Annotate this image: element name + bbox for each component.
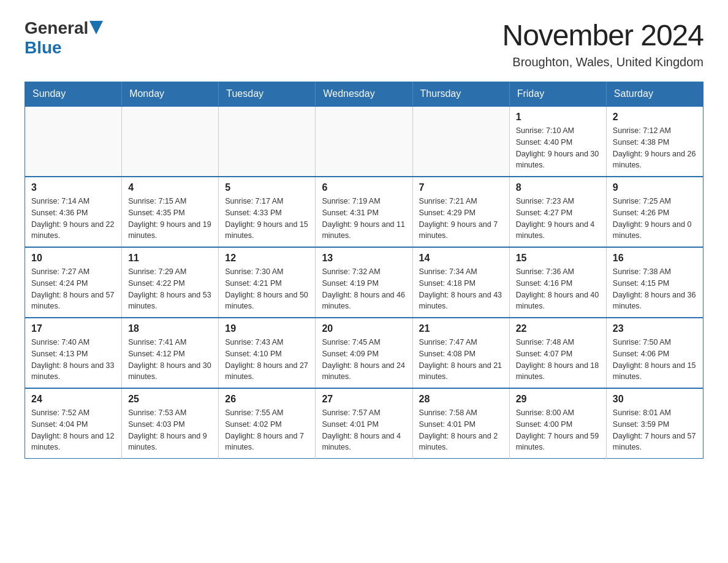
col-monday: Monday: [122, 82, 219, 107]
calendar-cell: 11Sunrise: 7:29 AMSunset: 4:22 PMDayligh…: [122, 247, 219, 318]
day-number: 15: [516, 253, 600, 264]
calendar-cell: 15Sunrise: 7:36 AMSunset: 4:16 PMDayligh…: [509, 247, 606, 318]
day-number: 11: [128, 253, 212, 264]
calendar-cell: [316, 106, 412, 177]
day-info: Sunrise: 7:17 AMSunset: 4:33 PMDaylight:…: [225, 196, 309, 242]
day-number: 9: [613, 182, 697, 193]
calendar-cell: 27Sunrise: 7:57 AMSunset: 4:01 PMDayligh…: [316, 388, 412, 459]
day-info: Sunrise: 7:45 AMSunset: 4:09 PMDaylight:…: [322, 337, 406, 383]
logo-blue-text: Blue: [25, 38, 62, 57]
calendar-title: November 2024: [502, 18, 703, 52]
day-number: 17: [31, 323, 115, 334]
calendar-cell: 26Sunrise: 7:55 AMSunset: 4:02 PMDayligh…: [219, 388, 316, 459]
svg-marker-0: [89, 21, 103, 34]
day-number: 27: [322, 394, 406, 405]
day-number: 13: [322, 253, 406, 264]
day-number: 28: [419, 394, 503, 405]
calendar-cell: 12Sunrise: 7:30 AMSunset: 4:21 PMDayligh…: [219, 247, 316, 318]
calendar-cell: 22Sunrise: 7:48 AMSunset: 4:07 PMDayligh…: [509, 318, 606, 388]
day-number: 30: [613, 394, 697, 405]
day-number: 23: [613, 323, 697, 334]
day-number: 29: [516, 394, 600, 405]
day-info: Sunrise: 7:30 AMSunset: 4:21 PMDaylight:…: [225, 266, 309, 312]
day-info: Sunrise: 7:52 AMSunset: 4:04 PMDaylight:…: [31, 407, 115, 453]
day-info: Sunrise: 7:36 AMSunset: 4:16 PMDaylight:…: [516, 266, 600, 312]
day-info: Sunrise: 7:50 AMSunset: 4:06 PMDaylight:…: [613, 337, 697, 383]
day-info: Sunrise: 7:53 AMSunset: 4:03 PMDaylight:…: [128, 407, 212, 453]
day-number: 16: [613, 253, 697, 264]
day-info: Sunrise: 7:40 AMSunset: 4:13 PMDaylight:…: [31, 337, 115, 383]
calendar-header-row: Sunday Monday Tuesday Wednesday Thursday…: [25, 82, 703, 107]
day-info: Sunrise: 7:55 AMSunset: 4:02 PMDaylight:…: [225, 407, 309, 453]
day-number: 4: [128, 182, 212, 193]
day-info: Sunrise: 7:27 AMSunset: 4:24 PMDaylight:…: [31, 266, 115, 312]
calendar-cell: 8Sunrise: 7:23 AMSunset: 4:27 PMDaylight…: [509, 177, 606, 247]
day-number: 18: [128, 323, 212, 334]
day-number: 26: [225, 394, 309, 405]
day-info: Sunrise: 7:21 AMSunset: 4:29 PMDaylight:…: [419, 196, 503, 242]
calendar-cell: [122, 106, 219, 177]
day-info: Sunrise: 7:19 AMSunset: 4:31 PMDaylight:…: [322, 196, 406, 242]
calendar-cell: 21Sunrise: 7:47 AMSunset: 4:08 PMDayligh…: [412, 318, 509, 388]
calendar-cell: 28Sunrise: 7:58 AMSunset: 4:01 PMDayligh…: [412, 388, 509, 459]
calendar-week-row: 1Sunrise: 7:10 AMSunset: 4:40 PMDaylight…: [25, 106, 703, 177]
calendar-cell: 1Sunrise: 7:10 AMSunset: 4:40 PMDaylight…: [509, 106, 606, 177]
calendar-cell: 19Sunrise: 7:43 AMSunset: 4:10 PMDayligh…: [219, 318, 316, 388]
day-info: Sunrise: 7:14 AMSunset: 4:36 PMDaylight:…: [31, 196, 115, 242]
title-section: November 2024 Broughton, Wales, United K…: [502, 18, 703, 69]
day-info: Sunrise: 7:29 AMSunset: 4:22 PMDaylight:…: [128, 266, 212, 312]
calendar-cell: [219, 106, 316, 177]
calendar-cell: 29Sunrise: 8:00 AMSunset: 4:00 PMDayligh…: [509, 388, 606, 459]
logo: General Blue: [25, 18, 103, 58]
calendar-cell: 14Sunrise: 7:34 AMSunset: 4:18 PMDayligh…: [412, 247, 509, 318]
day-info: Sunrise: 7:10 AMSunset: 4:40 PMDaylight:…: [516, 125, 600, 171]
day-number: 14: [419, 253, 503, 264]
day-number: 19: [225, 323, 309, 334]
calendar-table: Sunday Monday Tuesday Wednesday Thursday…: [25, 82, 703, 459]
col-friday: Friday: [509, 82, 606, 107]
calendar-week-row: 10Sunrise: 7:27 AMSunset: 4:24 PMDayligh…: [25, 247, 703, 318]
calendar-cell: 24Sunrise: 7:52 AMSunset: 4:04 PMDayligh…: [25, 388, 122, 459]
calendar-cell: 4Sunrise: 7:15 AMSunset: 4:35 PMDaylight…: [122, 177, 219, 247]
day-info: Sunrise: 7:15 AMSunset: 4:35 PMDaylight:…: [128, 196, 212, 242]
calendar-subtitle: Broughton, Wales, United Kingdom: [502, 55, 703, 69]
calendar-cell: 9Sunrise: 7:25 AMSunset: 4:26 PMDaylight…: [606, 177, 703, 247]
day-info: Sunrise: 7:32 AMSunset: 4:19 PMDaylight:…: [322, 266, 406, 312]
day-info: Sunrise: 8:00 AMSunset: 4:00 PMDaylight:…: [516, 407, 600, 453]
day-info: Sunrise: 7:58 AMSunset: 4:01 PMDaylight:…: [419, 407, 503, 453]
day-info: Sunrise: 7:38 AMSunset: 4:15 PMDaylight:…: [613, 266, 697, 312]
day-number: 12: [225, 253, 309, 264]
day-number: 8: [516, 182, 600, 193]
calendar-cell: [412, 106, 509, 177]
day-number: 2: [613, 112, 697, 123]
calendar-cell: 18Sunrise: 7:41 AMSunset: 4:12 PMDayligh…: [122, 318, 219, 388]
day-info: Sunrise: 7:23 AMSunset: 4:27 PMDaylight:…: [516, 196, 600, 242]
day-number: 10: [31, 253, 115, 264]
day-number: 20: [322, 323, 406, 334]
day-info: Sunrise: 7:34 AMSunset: 4:18 PMDaylight:…: [419, 266, 503, 312]
logo-general-text: General: [25, 18, 88, 38]
calendar-cell: 6Sunrise: 7:19 AMSunset: 4:31 PMDaylight…: [316, 177, 412, 247]
logo-triangle-icon: [89, 21, 103, 34]
calendar-cell: 20Sunrise: 7:45 AMSunset: 4:09 PMDayligh…: [316, 318, 412, 388]
day-number: 3: [31, 182, 115, 193]
calendar-cell: 17Sunrise: 7:40 AMSunset: 4:13 PMDayligh…: [25, 318, 122, 388]
calendar-cell: 5Sunrise: 7:17 AMSunset: 4:33 PMDaylight…: [219, 177, 316, 247]
page-header: General Blue November 2024 Broughton, Wa…: [25, 18, 703, 69]
day-info: Sunrise: 7:57 AMSunset: 4:01 PMDaylight:…: [322, 407, 406, 453]
calendar-cell: 13Sunrise: 7:32 AMSunset: 4:19 PMDayligh…: [316, 247, 412, 318]
calendar-week-row: 17Sunrise: 7:40 AMSunset: 4:13 PMDayligh…: [25, 318, 703, 388]
calendar-week-row: 3Sunrise: 7:14 AMSunset: 4:36 PMDaylight…: [25, 177, 703, 247]
day-info: Sunrise: 7:12 AMSunset: 4:38 PMDaylight:…: [613, 125, 697, 171]
calendar-cell: 16Sunrise: 7:38 AMSunset: 4:15 PMDayligh…: [606, 247, 703, 318]
calendar-cell: 7Sunrise: 7:21 AMSunset: 4:29 PMDaylight…: [412, 177, 509, 247]
day-number: 1: [516, 112, 600, 123]
calendar-cell: 2Sunrise: 7:12 AMSunset: 4:38 PMDaylight…: [606, 106, 703, 177]
day-info: Sunrise: 7:43 AMSunset: 4:10 PMDaylight:…: [225, 337, 309, 383]
calendar-cell: 3Sunrise: 7:14 AMSunset: 4:36 PMDaylight…: [25, 177, 122, 247]
calendar-cell: 30Sunrise: 8:01 AMSunset: 3:59 PMDayligh…: [606, 388, 703, 459]
day-info: Sunrise: 8:01 AMSunset: 3:59 PMDaylight:…: [613, 407, 697, 453]
day-info: Sunrise: 7:25 AMSunset: 4:26 PMDaylight:…: [613, 196, 697, 242]
day-number: 25: [128, 394, 212, 405]
day-info: Sunrise: 7:48 AMSunset: 4:07 PMDaylight:…: [516, 337, 600, 383]
